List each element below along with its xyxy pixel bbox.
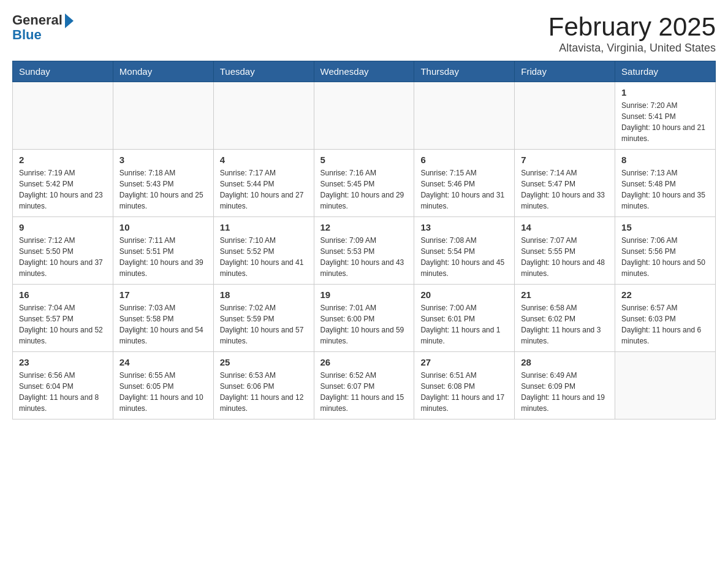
calendar-cell: 16Sunrise: 7:04 AMSunset: 5:57 PMDayligh… [13, 285, 113, 352]
sunset-text: Sunset: 5:43 PM [119, 180, 174, 188]
sunset-text: Sunset: 5:44 PM [220, 180, 275, 188]
day-number: 27 [420, 357, 508, 367]
weekday-header-wednesday: Wednesday [314, 61, 414, 82]
calendar-cell: 22Sunrise: 6:57 AMSunset: 6:03 PMDayligh… [615, 285, 716, 352]
sunset-text: Sunset: 5:58 PM [119, 315, 174, 323]
calendar-cell: 17Sunrise: 7:03 AMSunset: 5:58 PMDayligh… [113, 285, 213, 352]
calendar-cell: 12Sunrise: 7:09 AMSunset: 5:53 PMDayligh… [314, 217, 414, 285]
weekday-header-tuesday: Tuesday [213, 61, 314, 82]
day-number: 13 [420, 222, 508, 232]
sunrise-text: Sunrise: 6:55 AM [119, 371, 175, 380]
day-info: Sunrise: 6:52 AMSunset: 6:07 PMDaylight:… [320, 370, 408, 414]
weekday-header-sunday: Sunday [13, 61, 113, 82]
day-number: 5 [320, 155, 408, 165]
calendar-cell: 4Sunrise: 7:17 AMSunset: 5:44 PMDaylight… [213, 150, 314, 217]
month-title: February 2025 [548, 12, 716, 42]
daylight-text: Daylight: 10 hours and 33 minutes. [521, 191, 605, 210]
day-info: Sunrise: 7:19 AMSunset: 5:42 PMDaylight:… [19, 167, 107, 212]
calendar-cell [615, 352, 716, 419]
day-info: Sunrise: 6:49 AMSunset: 6:09 PMDaylight:… [521, 370, 609, 414]
day-info: Sunrise: 7:01 AMSunset: 6:00 PMDaylight:… [320, 302, 408, 347]
sunrise-text: Sunrise: 6:53 AM [220, 371, 276, 380]
location-title: Altavista, Virginia, United States [548, 42, 716, 55]
sunset-text: Sunset: 5:41 PM [621, 112, 676, 121]
sunset-text: Sunset: 6:05 PM [119, 382, 174, 391]
day-info: Sunrise: 6:58 AMSunset: 6:02 PMDaylight:… [521, 302, 609, 347]
daylight-text: Daylight: 11 hours and 8 minutes. [19, 393, 99, 413]
day-number: 8 [621, 155, 709, 165]
day-info: Sunrise: 7:20 AMSunset: 5:41 PMDaylight:… [621, 100, 709, 144]
sunrise-text: Sunrise: 7:18 AM [119, 169, 175, 177]
calendar-cell: 5Sunrise: 7:16 AMSunset: 5:45 PMDaylight… [314, 150, 414, 217]
calendar-table: SundayMondayTuesdayWednesdayThursdayFrid… [12, 61, 716, 419]
calendar-cell: 8Sunrise: 7:13 AMSunset: 5:48 PMDaylight… [615, 150, 716, 217]
day-info: Sunrise: 7:12 AMSunset: 5:50 PMDaylight:… [19, 235, 107, 279]
calendar-cell [13, 82, 113, 150]
day-number: 16 [19, 289, 107, 300]
daylight-text: Daylight: 10 hours and 25 minutes. [119, 191, 203, 210]
day-number: 12 [320, 222, 408, 232]
daylight-text: Daylight: 11 hours and 6 minutes. [621, 326, 701, 345]
day-info: Sunrise: 7:00 AMSunset: 6:01 PMDaylight:… [420, 302, 508, 347]
daylight-text: Daylight: 10 hours and 21 minutes. [621, 123, 705, 143]
daylight-text: Daylight: 11 hours and 3 minutes. [521, 326, 601, 345]
calendar-cell [113, 82, 213, 150]
sunset-text: Sunset: 6:04 PM [19, 382, 74, 391]
day-number: 7 [521, 155, 609, 165]
day-number: 20 [420, 289, 508, 300]
sunrise-text: Sunrise: 6:52 AM [320, 371, 376, 380]
sunset-text: Sunset: 5:42 PM [19, 180, 74, 188]
sunrise-text: Sunrise: 6:51 AM [420, 371, 476, 380]
daylight-text: Daylight: 10 hours and 23 minutes. [19, 191, 103, 210]
sunrise-text: Sunrise: 7:20 AM [621, 101, 677, 110]
day-number: 9 [19, 222, 107, 232]
calendar-cell: 18Sunrise: 7:02 AMSunset: 5:59 PMDayligh… [213, 285, 314, 352]
day-info: Sunrise: 7:18 AMSunset: 5:43 PMDaylight:… [119, 167, 207, 212]
daylight-text: Daylight: 10 hours and 39 minutes. [119, 258, 203, 278]
daylight-text: Daylight: 10 hours and 43 minutes. [320, 258, 404, 278]
daylight-text: Daylight: 10 hours and 41 minutes. [220, 258, 304, 278]
calendar-cell [213, 82, 314, 150]
day-number: 25 [220, 357, 308, 367]
sunrise-text: Sunrise: 7:03 AM [119, 304, 175, 312]
day-info: Sunrise: 7:04 AMSunset: 5:57 PMDaylight:… [19, 302, 107, 347]
daylight-text: Daylight: 10 hours and 57 minutes. [220, 326, 304, 345]
day-number: 11 [220, 222, 308, 232]
sunrise-text: Sunrise: 7:07 AM [521, 236, 577, 245]
calendar-cell: 23Sunrise: 6:56 AMSunset: 6:04 PMDayligh… [13, 352, 113, 419]
calendar-cell: 25Sunrise: 6:53 AMSunset: 6:06 PMDayligh… [213, 352, 314, 419]
weekday-header-thursday: Thursday [414, 61, 515, 82]
sunset-text: Sunset: 5:46 PM [420, 180, 475, 188]
calendar-cell: 3Sunrise: 7:18 AMSunset: 5:43 PMDaylight… [113, 150, 213, 217]
calendar-cell: 11Sunrise: 7:10 AMSunset: 5:52 PMDayligh… [213, 217, 314, 285]
day-number: 4 [220, 155, 308, 165]
sunset-text: Sunset: 5:56 PM [621, 247, 676, 256]
calendar-cell: 2Sunrise: 7:19 AMSunset: 5:42 PMDaylight… [13, 150, 113, 217]
sunset-text: Sunset: 6:00 PM [320, 315, 375, 323]
day-number: 17 [119, 289, 207, 300]
sunset-text: Sunset: 5:55 PM [521, 247, 575, 256]
day-number: 24 [119, 357, 207, 367]
calendar-cell: 15Sunrise: 7:06 AMSunset: 5:56 PMDayligh… [615, 217, 716, 285]
sunrise-text: Sunrise: 7:04 AM [19, 304, 75, 312]
sunset-text: Sunset: 5:48 PM [621, 180, 676, 188]
week-row-2: 2Sunrise: 7:19 AMSunset: 5:42 PMDaylight… [13, 150, 716, 217]
sunrise-text: Sunrise: 7:01 AM [320, 304, 376, 312]
sunrise-text: Sunrise: 7:10 AM [220, 236, 276, 245]
sunrise-text: Sunrise: 7:17 AM [220, 169, 276, 177]
daylight-text: Daylight: 10 hours and 45 minutes. [420, 258, 504, 278]
sunset-text: Sunset: 6:01 PM [420, 315, 475, 323]
day-info: Sunrise: 7:02 AMSunset: 5:59 PMDaylight:… [220, 302, 308, 347]
day-number: 18 [220, 289, 308, 300]
sunset-text: Sunset: 5:54 PM [420, 247, 475, 256]
day-number: 21 [521, 289, 609, 300]
sunset-text: Sunset: 6:03 PM [621, 315, 676, 323]
calendar-cell: 10Sunrise: 7:11 AMSunset: 5:51 PMDayligh… [113, 217, 213, 285]
daylight-text: Daylight: 10 hours and 31 minutes. [420, 191, 504, 210]
sunset-text: Sunset: 6:06 PM [220, 382, 275, 391]
day-info: Sunrise: 7:09 AMSunset: 5:53 PMDaylight:… [320, 235, 408, 279]
daylight-text: Daylight: 10 hours and 59 minutes. [320, 326, 404, 345]
weekday-header-friday: Friday [515, 61, 615, 82]
week-row-5: 23Sunrise: 6:56 AMSunset: 6:04 PMDayligh… [13, 352, 716, 419]
daylight-text: Daylight: 11 hours and 15 minutes. [320, 393, 404, 413]
